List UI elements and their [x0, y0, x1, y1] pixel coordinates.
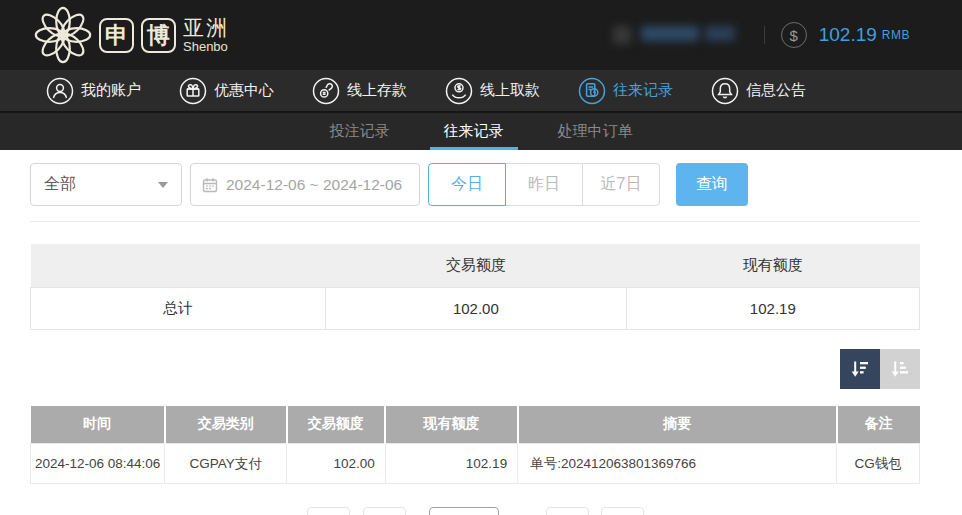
calendar-icon — [202, 177, 218, 193]
search-button[interactable]: 查询 — [676, 163, 748, 206]
records-table: 时间 交易类别 交易额度 现有额度 摘要 备注 2024-12-06 08:44… — [30, 406, 920, 485]
nav-item-withdraw[interactable]: 线上取款 — [445, 77, 540, 105]
col-header-remark: 备注 — [837, 406, 920, 444]
withdraw-icon — [445, 77, 473, 105]
cell-type: CGPAY支付 — [165, 444, 287, 484]
table-row: 2024-12-06 08:44:06 CGPAY支付 102.00 102.1… — [31, 444, 920, 484]
nav-item-transactions[interactable]: 往来记录 — [578, 77, 673, 105]
nav-item-deposit[interactable]: 线上存款 — [312, 77, 407, 105]
last-7-days-button[interactable]: 近7日 — [582, 163, 660, 206]
balance-currency: RMB — [882, 28, 910, 42]
summary-header-empty — [31, 244, 326, 287]
logo-region-text: 亚洲 — [183, 17, 229, 38]
cell-balance: 102.19 — [385, 444, 517, 484]
logo-char-bo: 博 — [141, 18, 176, 53]
col-header-summary: 摘要 — [518, 406, 837, 444]
nav-item-announcements[interactable]: 信息公告 — [711, 77, 806, 105]
header-divider — [764, 26, 765, 44]
type-select[interactable]: 全部 — [30, 163, 182, 206]
summary-header-row: 交易额度 现有额度 — [31, 244, 920, 287]
filter-bar: 全部 2024-12-06 ~ 2024-12-06 今日 昨日 近7日 查询 — [30, 163, 920, 206]
pagination-button-5[interactable] — [601, 507, 644, 515]
pagination — [30, 507, 920, 515]
nav-label: 优惠中心 — [214, 81, 274, 100]
yesterday-button[interactable]: 昨日 — [505, 163, 583, 206]
sort-asc-icon — [889, 358, 911, 380]
sub-navigation: 投注记录 往来记录 处理中订单 — [0, 113, 962, 150]
top-bar: 申 博 亚洲 Shenbo $ 102.19 RMB — [0, 0, 962, 70]
username-redacted — [613, 23, 748, 47]
date-range-value: 2024-12-06 ~ 2024-12-06 — [226, 176, 402, 194]
sort-controls — [30, 349, 920, 389]
col-header-time: 时间 — [31, 406, 165, 444]
balance-amount[interactable]: 102.19 — [819, 24, 877, 46]
sort-ascending-button[interactable] — [880, 349, 920, 389]
summary-total-row: 总计 102.00 102.19 — [31, 287, 920, 329]
bell-icon — [711, 77, 739, 105]
pagination-button-4[interactable] — [546, 507, 589, 515]
flower-logo-icon — [34, 6, 92, 64]
summary-current-balance: 102.19 — [626, 287, 919, 329]
summary-header-transaction-amount: 交易额度 — [326, 244, 626, 287]
chevron-down-icon — [158, 182, 168, 188]
pagination-button-1[interactable] — [307, 507, 350, 515]
logo-subtitle-text: Shenbo — [183, 40, 229, 53]
section-divider — [30, 221, 920, 222]
logo-wordmark: 亚洲 Shenbo — [183, 17, 229, 53]
sort-descending-button[interactable] — [840, 349, 880, 389]
cell-summary: 单号:202412063801369766 — [518, 444, 837, 484]
col-header-amount: 交易额度 — [287, 406, 386, 444]
nav-label: 我的账户 — [81, 81, 141, 100]
nav-item-promotions[interactable]: 优惠中心 — [179, 77, 274, 105]
deposit-icon — [312, 77, 340, 105]
records-header-row: 时间 交易类别 交易额度 现有额度 摘要 备注 — [31, 406, 920, 444]
sort-desc-icon — [849, 358, 871, 380]
col-header-type: 交易类别 — [165, 406, 287, 444]
nav-label: 往来记录 — [613, 81, 673, 100]
summary-transaction-amount: 102.00 — [326, 287, 626, 329]
summary-header-current-balance: 现有额度 — [626, 244, 919, 287]
tab-betting-records[interactable]: 投注记录 — [316, 113, 404, 150]
type-select-value: 全部 — [44, 174, 76, 195]
nav-item-my-account[interactable]: 我的账户 — [46, 77, 141, 105]
tab-pending-orders[interactable]: 处理中订单 — [544, 113, 647, 150]
today-button[interactable]: 今日 — [428, 163, 506, 206]
col-header-balance: 现有额度 — [385, 406, 517, 444]
tab-transaction-records[interactable]: 往来记录 — [430, 113, 518, 150]
quick-range-group: 今日 昨日 近7日 — [428, 163, 660, 206]
pagination-button-2[interactable] — [363, 507, 406, 515]
date-range-input[interactable]: 2024-12-06 ~ 2024-12-06 — [190, 163, 420, 206]
cell-remark: CG钱包 — [837, 444, 920, 484]
nav-label: 线上存款 — [347, 81, 407, 100]
user-icon — [46, 77, 74, 105]
main-content: 全部 2024-12-06 ~ 2024-12-06 今日 昨日 近7日 查询 … — [0, 163, 962, 515]
summary-total-label: 总计 — [31, 287, 326, 329]
logo-char-shen: 申 — [99, 18, 134, 53]
pagination-current-page[interactable] — [429, 507, 499, 515]
main-navigation: 我的账户 优惠中心 线上存款 线上取款 往来记录 — [0, 70, 962, 113]
nav-label: 线上取款 — [480, 81, 540, 100]
brand-logo[interactable]: 申 博 亚洲 Shenbo — [34, 6, 229, 64]
records-icon — [578, 77, 606, 105]
cell-amount: 102.00 — [287, 444, 386, 484]
summary-table: 交易额度 现有额度 总计 102.00 102.19 — [30, 244, 920, 330]
cell-time: 2024-12-06 08:44:06 — [31, 444, 165, 484]
dollar-circle-icon: $ — [781, 22, 807, 48]
gift-icon — [179, 77, 207, 105]
nav-label: 信息公告 — [746, 81, 806, 100]
